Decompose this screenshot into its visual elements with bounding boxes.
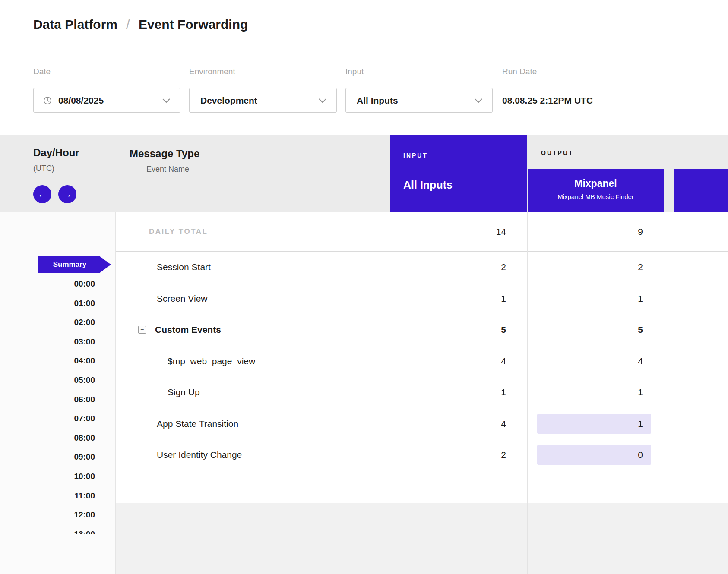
input-count-value: 4: [390, 356, 506, 366]
hour-item[interactable]: 05:00: [0, 371, 95, 390]
event-row-label: App State Transition: [157, 419, 238, 429]
input-count-value: 1: [390, 293, 506, 304]
input-column-header[interactable]: INPUT All Inputs: [390, 135, 527, 212]
input-filter-value: All Inputs: [357, 95, 398, 106]
environment-filter-select[interactable]: Development: [189, 88, 337, 113]
input-count-value: 1: [390, 387, 506, 397]
column-divider: [664, 212, 664, 574]
day-hour-subtitle: (UTC): [33, 164, 54, 173]
date-filter-select[interactable]: 08/08/2025: [33, 88, 180, 113]
input-count-value: 2: [390, 262, 506, 272]
date-filter-value: 08/08/2025: [58, 95, 104, 106]
hour-item[interactable]: 02:00: [0, 313, 95, 332]
event-row: User Identity Change20: [116, 439, 728, 471]
event-row-label: User Identity Change: [157, 450, 242, 460]
output-column-subtitle: Mixpanel MB Music Finder: [528, 193, 664, 200]
hour-item[interactable]: 11:00: [0, 486, 95, 506]
hour-item[interactable]: 10:00: [0, 467, 95, 486]
previous-day-button[interactable]: ←: [33, 185, 51, 203]
clock-icon: [43, 96, 52, 105]
arrow-right-icon: →: [63, 189, 72, 199]
output-column-header-partial[interactable]: [674, 169, 728, 212]
hour-item[interactable]: 12:00: [0, 505, 95, 525]
column-header-message-type: Message Type: [130, 148, 199, 160]
run-date-value: 08.08.25 2:12PM UTC: [502, 88, 593, 113]
run-date-label: Run Date: [502, 67, 537, 76]
input-count-value: 5: [390, 325, 506, 335]
next-day-button[interactable]: →: [58, 185, 76, 203]
event-row-label: Session Start: [157, 262, 211, 272]
environment-filter-label: Environment: [189, 67, 235, 76]
column-divider: [527, 212, 528, 574]
input-kicker: INPUT: [403, 152, 428, 159]
page-header: Data Platform / Event Forwarding: [0, 0, 728, 55]
output-count-value: 2: [537, 257, 651, 277]
output-count-value: 1: [537, 414, 651, 434]
input-column-title: All Inputs: [403, 179, 453, 191]
hour-list: 00:0001:0002:0003:0004:0005:0006:0007:00…: [0, 274, 95, 534]
table-body-end: [116, 503, 728, 574]
column-divider: [674, 212, 674, 574]
output-count-value: 1: [537, 289, 651, 309]
event-row-label: $mp_web_page_view: [168, 356, 255, 366]
output-column-header-mixpanel[interactable]: Mixpanel Mixpanel MB Music Finder: [528, 169, 664, 212]
output-count-value: 0: [537, 445, 651, 465]
hour-item[interactable]: 07:00: [0, 409, 95, 429]
input-filter-label: Input: [345, 67, 364, 76]
breadcrumb: Data Platform / Event Forwarding: [33, 16, 248, 32]
input-filter-select[interactable]: All Inputs: [345, 88, 493, 113]
event-row: Session Start22: [116, 252, 728, 283]
event-row-label: Screen View: [157, 293, 208, 304]
event-row: −Custom Events55: [116, 314, 728, 346]
event-row: App State Transition41: [116, 408, 728, 440]
event-row-label: Sign Up: [168, 387, 200, 397]
output-kicker: OUTPUT: [541, 149, 574, 156]
filter-bar: Date Environment Input Run Date 08/08/20…: [0, 56, 728, 135]
arrow-left-icon: ←: [38, 189, 47, 199]
hour-item[interactable]: 08:00: [0, 429, 95, 448]
event-forwarding-page: Data Platform / Event Forwarding Date En…: [0, 0, 728, 574]
daily-total-label: DAILY TOTAL: [149, 227, 208, 236]
input-count-value: 2: [390, 450, 506, 460]
environment-filter-value: Development: [200, 95, 257, 106]
breadcrumb-section[interactable]: Data Platform: [33, 17, 117, 32]
hour-item[interactable]: 03:00: [0, 332, 95, 352]
chevron-down-icon: [318, 98, 327, 103]
breadcrumb-page: Event Forwarding: [139, 17, 248, 32]
output-count-value: 5: [537, 320, 651, 340]
daily-total-row: DAILY TOTAL 14 9: [116, 212, 728, 252]
output-column-title: Mixpanel: [528, 178, 664, 189]
day-hour-column: Summary 00:0001:0002:0003:0004:0005:0006…: [0, 212, 116, 574]
daily-total-input-value: 14: [390, 227, 506, 237]
column-header-day-hour: Day/Hour: [33, 147, 79, 159]
hour-item[interactable]: 06:00: [0, 390, 95, 410]
hour-item[interactable]: 13:00: [0, 525, 95, 534]
event-rows: Session Start22Screen View11−Custom Even…: [116, 252, 728, 503]
message-type-subtitle: Event Name: [146, 165, 189, 174]
table-body: Summary 00:0001:0002:0003:0004:0005:0006…: [0, 212, 728, 574]
table-header: Day/Hour (UTC) ← → Message Type Event Na…: [0, 135, 728, 212]
output-count-value: 4: [537, 351, 651, 371]
breadcrumb-separator: /: [126, 16, 130, 32]
date-filter-label: Date: [33, 67, 51, 76]
chevron-down-icon: [474, 98, 483, 103]
chevron-down-icon: [162, 98, 171, 103]
event-row: Sign Up11: [116, 377, 728, 408]
hour-item[interactable]: 00:00: [0, 274, 95, 294]
hour-item[interactable]: 04:00: [0, 351, 95, 371]
event-row: Screen View11: [116, 283, 728, 315]
output-count-value: 1: [537, 382, 651, 402]
daily-total-output-value: 9: [537, 222, 651, 242]
hour-item[interactable]: 01:00: [0, 294, 95, 313]
hour-item[interactable]: 09:00: [0, 448, 95, 467]
event-row-label: Custom Events: [155, 325, 221, 335]
collapse-icon[interactable]: −: [138, 326, 146, 334]
event-row: $mp_web_page_view44: [116, 346, 728, 377]
input-count-value: 4: [390, 419, 506, 429]
column-divider: [390, 212, 390, 574]
summary-badge[interactable]: Summary: [38, 256, 111, 273]
